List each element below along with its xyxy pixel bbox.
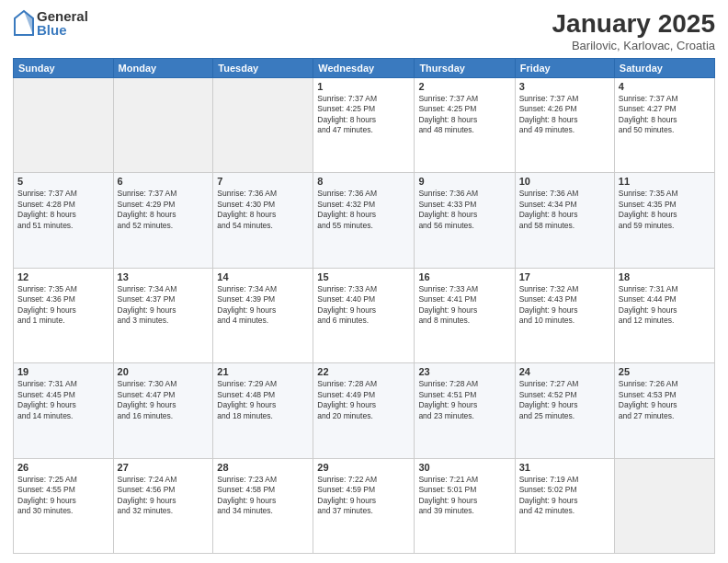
day-cell: 16Sunrise: 7:33 AM Sunset: 4:41 PM Dayli… — [415, 268, 515, 362]
day-number: 30 — [418, 462, 510, 473]
day-cell: 31Sunrise: 7:19 AM Sunset: 5:02 PM Dayli… — [515, 458, 614, 553]
day-number: 9 — [418, 176, 510, 187]
location: Barilovic, Karlovac, Croatia — [552, 39, 715, 52]
day-number: 10 — [519, 176, 610, 187]
col-friday: Friday — [515, 59, 614, 78]
day-number: 26 — [17, 462, 109, 473]
day-info: Sunrise: 7:35 AM Sunset: 4:36 PM Dayligh… — [17, 284, 109, 327]
day-number: 12 — [17, 271, 109, 282]
day-info: Sunrise: 7:22 AM Sunset: 4:59 PM Dayligh… — [317, 475, 410, 517]
day-cell: 10Sunrise: 7:36 AM Sunset: 4:34 PM Dayli… — [515, 173, 614, 268]
day-number: 3 — [519, 81, 610, 92]
day-info: Sunrise: 7:25 AM Sunset: 4:55 PM Dayligh… — [17, 475, 109, 517]
col-sunday: Sunday — [14, 59, 114, 78]
day-cell: 30Sunrise: 7:21 AM Sunset: 5:01 PM Dayli… — [415, 458, 515, 553]
day-info: Sunrise: 7:37 AM Sunset: 4:29 PM Dayligh… — [118, 189, 210, 231]
col-saturday: Saturday — [614, 59, 714, 78]
col-monday: Monday — [113, 59, 213, 78]
day-number: 15 — [317, 271, 410, 282]
day-number: 19 — [17, 366, 109, 377]
day-number: 8 — [317, 176, 410, 187]
header: General Blue January 2025 Barilovic, Kar… — [13, 9, 715, 52]
day-cell: 14Sunrise: 7:34 AM Sunset: 4:39 PM Dayli… — [213, 268, 313, 362]
day-info: Sunrise: 7:24 AM Sunset: 4:56 PM Dayligh… — [118, 475, 210, 517]
header-row: Sunday Monday Tuesday Wednesday Thursday… — [14, 59, 715, 78]
day-number: 17 — [519, 271, 610, 282]
day-cell: 17Sunrise: 7:32 AM Sunset: 4:43 PM Dayli… — [515, 268, 614, 362]
day-cell: 19Sunrise: 7:31 AM Sunset: 4:45 PM Dayli… — [14, 363, 114, 458]
day-cell — [213, 78, 313, 173]
day-cell: 2Sunrise: 7:37 AM Sunset: 4:25 PM Daylig… — [415, 78, 515, 173]
day-info: Sunrise: 7:35 AM Sunset: 4:35 PM Dayligh… — [619, 189, 711, 231]
day-number: 27 — [118, 462, 210, 473]
logo-blue-text: Blue — [37, 23, 88, 37]
day-info: Sunrise: 7:33 AM Sunset: 4:41 PM Dayligh… — [418, 284, 510, 327]
day-cell: 21Sunrise: 7:29 AM Sunset: 4:48 PM Dayli… — [213, 363, 313, 458]
logo-general-text: General — [37, 9, 88, 23]
day-info: Sunrise: 7:29 AM Sunset: 4:48 PM Dayligh… — [217, 379, 309, 421]
day-cell: 4Sunrise: 7:37 AM Sunset: 4:27 PM Daylig… — [614, 78, 714, 173]
day-info: Sunrise: 7:36 AM Sunset: 4:30 PM Dayligh… — [217, 189, 309, 231]
day-number: 16 — [418, 271, 510, 282]
calendar-table: Sunday Monday Tuesday Wednesday Thursday… — [13, 58, 715, 554]
day-number: 20 — [118, 366, 210, 377]
day-number: 7 — [217, 176, 309, 187]
day-info: Sunrise: 7:30 AM Sunset: 4:47 PM Dayligh… — [118, 379, 210, 421]
week-row-4: 26Sunrise: 7:25 AM Sunset: 4:55 PM Dayli… — [14, 458, 715, 553]
day-info: Sunrise: 7:31 AM Sunset: 4:44 PM Dayligh… — [619, 284, 711, 327]
logo-icon — [13, 9, 35, 37]
page: General Blue January 2025 Barilovic, Kar… — [0, 0, 728, 563]
day-number: 24 — [519, 366, 610, 377]
day-cell: 23Sunrise: 7:28 AM Sunset: 4:51 PM Dayli… — [415, 363, 515, 458]
day-cell — [14, 78, 114, 173]
day-info: Sunrise: 7:26 AM Sunset: 4:53 PM Dayligh… — [619, 379, 711, 421]
day-info: Sunrise: 7:21 AM Sunset: 5:01 PM Dayligh… — [418, 475, 510, 517]
day-info: Sunrise: 7:32 AM Sunset: 4:43 PM Dayligh… — [519, 284, 610, 327]
month-title: January 2025 — [552, 9, 715, 39]
day-cell: 3Sunrise: 7:37 AM Sunset: 4:26 PM Daylig… — [515, 78, 614, 173]
title-section: January 2025 Barilovic, Karlovac, Croati… — [552, 9, 715, 52]
day-cell: 11Sunrise: 7:35 AM Sunset: 4:35 PM Dayli… — [614, 173, 714, 268]
day-number: 25 — [619, 366, 711, 377]
day-cell — [113, 78, 213, 173]
week-row-1: 5Sunrise: 7:37 AM Sunset: 4:28 PM Daylig… — [14, 173, 715, 268]
day-cell: 1Sunrise: 7:37 AM Sunset: 4:25 PM Daylig… — [313, 78, 415, 173]
logo: General Blue — [13, 9, 88, 37]
day-cell: 15Sunrise: 7:33 AM Sunset: 4:40 PM Dayli… — [313, 268, 415, 362]
day-number: 23 — [418, 366, 510, 377]
day-info: Sunrise: 7:28 AM Sunset: 4:49 PM Dayligh… — [317, 379, 410, 421]
day-info: Sunrise: 7:33 AM Sunset: 4:40 PM Dayligh… — [317, 284, 410, 327]
day-info: Sunrise: 7:31 AM Sunset: 4:45 PM Dayligh… — [17, 379, 109, 421]
day-number: 5 — [17, 176, 109, 187]
day-info: Sunrise: 7:34 AM Sunset: 4:37 PM Dayligh… — [118, 284, 210, 327]
day-cell: 12Sunrise: 7:35 AM Sunset: 4:36 PM Dayli… — [14, 268, 114, 362]
day-info: Sunrise: 7:34 AM Sunset: 4:39 PM Dayligh… — [217, 284, 309, 327]
day-info: Sunrise: 7:28 AM Sunset: 4:51 PM Dayligh… — [418, 379, 510, 421]
day-info: Sunrise: 7:37 AM Sunset: 4:25 PM Dayligh… — [418, 94, 510, 136]
col-thursday: Thursday — [415, 59, 515, 78]
day-cell: 5Sunrise: 7:37 AM Sunset: 4:28 PM Daylig… — [14, 173, 114, 268]
day-number: 29 — [317, 462, 410, 473]
day-cell: 26Sunrise: 7:25 AM Sunset: 4:55 PM Dayli… — [14, 458, 114, 553]
day-info: Sunrise: 7:27 AM Sunset: 4:52 PM Dayligh… — [519, 379, 610, 421]
day-cell: 9Sunrise: 7:36 AM Sunset: 4:33 PM Daylig… — [415, 173, 515, 268]
day-info: Sunrise: 7:37 AM Sunset: 4:27 PM Dayligh… — [619, 94, 711, 136]
day-cell: 22Sunrise: 7:28 AM Sunset: 4:49 PM Dayli… — [313, 363, 415, 458]
day-cell: 24Sunrise: 7:27 AM Sunset: 4:52 PM Dayli… — [515, 363, 614, 458]
day-number: 14 — [217, 271, 309, 282]
day-info: Sunrise: 7:37 AM Sunset: 4:28 PM Dayligh… — [17, 189, 109, 231]
day-cell: 8Sunrise: 7:36 AM Sunset: 4:32 PM Daylig… — [313, 173, 415, 268]
day-number: 31 — [519, 462, 610, 473]
day-cell: 27Sunrise: 7:24 AM Sunset: 4:56 PM Dayli… — [113, 458, 213, 553]
day-info: Sunrise: 7:36 AM Sunset: 4:32 PM Dayligh… — [317, 189, 410, 231]
day-info: Sunrise: 7:37 AM Sunset: 4:26 PM Dayligh… — [519, 94, 610, 136]
day-number: 6 — [118, 176, 210, 187]
day-info: Sunrise: 7:19 AM Sunset: 5:02 PM Dayligh… — [519, 475, 610, 517]
day-cell: 6Sunrise: 7:37 AM Sunset: 4:29 PM Daylig… — [113, 173, 213, 268]
col-tuesday: Tuesday — [213, 59, 313, 78]
day-info: Sunrise: 7:36 AM Sunset: 4:33 PM Dayligh… — [418, 189, 510, 231]
day-number: 4 — [619, 81, 711, 92]
day-number: 13 — [118, 271, 210, 282]
day-number: 2 — [418, 81, 510, 92]
day-info: Sunrise: 7:37 AM Sunset: 4:25 PM Dayligh… — [317, 94, 410, 136]
